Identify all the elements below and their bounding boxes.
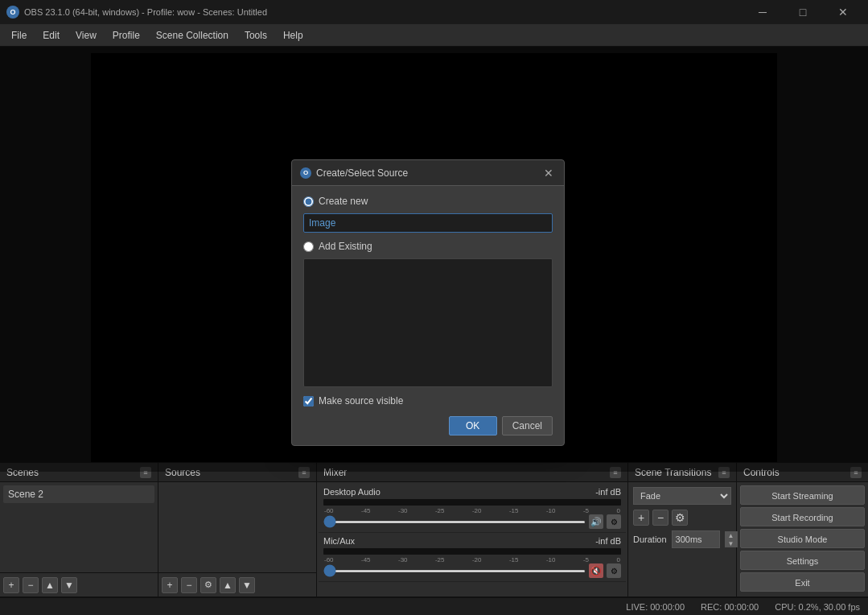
existing-sources-list[interactable]	[303, 258, 553, 387]
desktop-audio-mute-button[interactable]: 🔊	[589, 514, 603, 529]
modal-header-left: O Create/Select Source	[300, 167, 408, 179]
obs-logo: O	[6, 6, 19, 19]
exit-button[interactable]: Exit	[740, 572, 865, 592]
minimize-button[interactable]: ─	[744, 0, 781, 24]
sources-panel: Sources ≡ + − ⚙ ▲ ▼	[158, 463, 317, 596]
create-new-row: Create new	[303, 196, 553, 207]
mic-aux-track: Mic/Aux -inf dB -60-45-30-25-20-15-10-50…	[319, 533, 626, 582]
bottom-panels: Scenes ≡ Scene 2 + − ▲ ▼ Sources ≡ + −	[0, 462, 868, 615]
source-down-button[interactable]: ▼	[239, 577, 255, 593]
preview-area: O Create/Select Source ✕ Create new Add …	[0, 47, 868, 472]
panels-row: Scenes ≡ Scene 2 + − ▲ ▼ Sources ≡ + −	[0, 463, 868, 597]
add-existing-label: Add Existing	[319, 241, 372, 252]
menu-file[interactable]: File	[3, 27, 35, 44]
close-button[interactable]: ✕	[825, 0, 862, 24]
status-bar: LIVE: 00:00:00 REC: 00:00:00 CPU: 0.2%, …	[0, 597, 868, 615]
mixer-panel: Mixer ≡ Desktop Audio -inf dB -60-45-30-…	[317, 463, 628, 596]
start-streaming-button[interactable]: Start Streaming	[740, 485, 865, 505]
scene-up-button[interactable]: ▲	[42, 577, 58, 593]
studio-mode-button[interactable]: Studio Mode	[740, 529, 865, 548]
remove-scene-button[interactable]: −	[23, 577, 39, 593]
transitions-add-row: + − ⚙	[633, 510, 731, 526]
title-bar: O OBS 23.1.0 (64-bit, windows) - Profile…	[0, 0, 868, 24]
make-visible-checkbox[interactable]	[303, 396, 314, 407]
transitions-panel: Scene Transitions ≡ Fade + − ⚙ Duration …	[628, 463, 737, 596]
source-up-button[interactable]: ▲	[220, 577, 236, 593]
duration-input[interactable]	[672, 530, 720, 548]
scene-item[interactable]: Scene 2	[3, 485, 154, 503]
create-select-source-dialog: O Create/Select Source ✕ Create new Add …	[291, 159, 565, 446]
scene-down-button[interactable]: ▼	[61, 577, 77, 593]
modal-overlay: O Create/Select Source ✕ Create new Add …	[0, 47, 868, 472]
modal-footer: OK Cancel	[303, 416, 553, 435]
settings-button[interactable]: Settings	[740, 551, 865, 570]
add-source-button[interactable]: +	[162, 577, 178, 593]
title-bar-text: OBS 23.1.0 (64-bit, windows) - Profile: …	[24, 7, 267, 17]
add-transition-button[interactable]: +	[633, 510, 649, 526]
make-visible-row: Make source visible	[303, 395, 553, 407]
modal-close-button[interactable]: ✕	[541, 166, 556, 180]
menu-help[interactable]: Help	[275, 27, 311, 44]
mic-aux-meter-labels: -60-45-30-25-20-15-10-50	[323, 556, 621, 563]
desktop-audio-header: Desktop Audio -inf dB	[323, 487, 621, 497]
menu-bar: File Edit View Profile Scene Collection …	[0, 24, 868, 47]
transition-settings-button[interactable]: ⚙	[672, 510, 688, 526]
cancel-button[interactable]: Cancel	[502, 416, 553, 435]
modal-header: O Create/Select Source ✕	[292, 160, 564, 186]
scenes-panel: Scenes ≡ Scene 2 + − ▲ ▼	[0, 463, 158, 596]
desktop-audio-settings-button[interactable]: ⚙	[607, 514, 621, 529]
sources-list	[158, 482, 316, 572]
menu-profile[interactable]: Profile	[105, 27, 148, 44]
ok-button[interactable]: OK	[449, 416, 497, 435]
controls-content: Start Streaming Start Recording Studio M…	[737, 482, 868, 596]
sources-footer: + − ⚙ ▲ ▼	[158, 572, 316, 596]
scenes-list: Scene 2	[0, 482, 158, 572]
desktop-audio-db: -inf dB	[595, 487, 621, 497]
mic-aux-slider[interactable]	[323, 570, 586, 572]
remove-transition-button[interactable]: −	[652, 510, 668, 526]
add-existing-radio[interactable]	[303, 241, 314, 252]
mic-aux-header: Mic/Aux -inf dB	[323, 536, 621, 546]
duration-arrows: ▲ ▼	[725, 531, 738, 547]
controls-panel: Controls ≡ Start Streaming Start Recordi…	[737, 463, 868, 596]
mic-aux-name: Mic/Aux	[323, 536, 355, 546]
mic-aux-mute-button[interactable]: 🔇	[589, 563, 603, 578]
maximize-button[interactable]: □	[784, 0, 821, 24]
cpu-status: CPU: 0.2%, 30.00 fps	[775, 602, 860, 612]
live-status: LIVE: 00:00:00	[626, 602, 685, 612]
menu-edit[interactable]: Edit	[35, 27, 68, 44]
menu-view[interactable]: View	[68, 27, 105, 44]
source-name-input[interactable]	[303, 213, 553, 233]
duration-down-button[interactable]: ▼	[725, 539, 738, 547]
make-visible-label: Make source visible	[319, 395, 403, 407]
scenes-footer: + − ▲ ▼	[0, 572, 158, 596]
menu-tools[interactable]: Tools	[237, 27, 275, 44]
create-new-radio[interactable]	[303, 196, 314, 207]
modal-title: Create/Select Source	[316, 167, 408, 179]
mic-aux-controls: 🔇 ⚙	[323, 563, 621, 578]
modal-body: Create new Add Existing Make source visi…	[292, 186, 564, 445]
mic-aux-db: -inf dB	[595, 536, 621, 546]
rec-status: REC: 00:00:00	[701, 602, 759, 612]
title-bar-left: O OBS 23.1.0 (64-bit, windows) - Profile…	[6, 6, 267, 19]
add-scene-button[interactable]: +	[3, 577, 19, 593]
title-bar-controls: ─ □ ✕	[744, 0, 862, 24]
start-recording-button[interactable]: Start Recording	[740, 507, 865, 526]
desktop-audio-controls: 🔊 ⚙	[323, 514, 621, 529]
duration-up-button[interactable]: ▲	[725, 531, 738, 539]
duration-label: Duration	[633, 535, 667, 544]
desktop-audio-name: Desktop Audio	[323, 487, 381, 497]
remove-source-button[interactable]: −	[181, 577, 197, 593]
mixer-content: Desktop Audio -inf dB -60-45-30-25-20-15…	[317, 482, 627, 596]
create-new-label: Create new	[319, 196, 368, 207]
desktop-audio-slider[interactable]	[323, 521, 586, 523]
duration-row: Duration ▲ ▼	[633, 530, 731, 548]
source-settings-button[interactable]: ⚙	[200, 577, 216, 593]
mic-aux-meter	[323, 548, 621, 555]
mic-aux-settings-button[interactable]: ⚙	[607, 563, 621, 578]
transitions-content: Fade + − ⚙ Duration ▲ ▼	[628, 482, 736, 596]
menu-scene-collection[interactable]: Scene Collection	[148, 27, 237, 44]
transition-type-select[interactable]: Fade	[633, 487, 731, 505]
add-existing-row: Add Existing	[303, 241, 553, 252]
dialog-logo: O	[300, 167, 311, 179]
